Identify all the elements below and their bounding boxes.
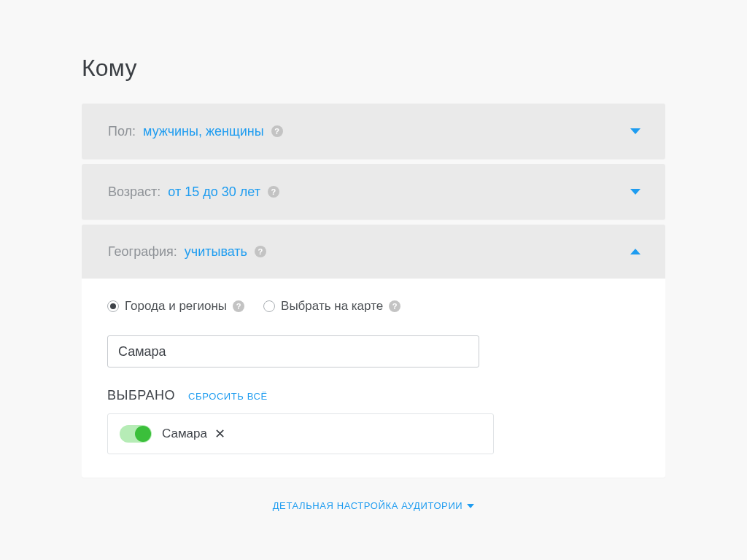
gender-label: Пол:	[108, 124, 136, 139]
close-icon[interactable]: ✕	[214, 427, 225, 440]
footer-row: ДЕТАЛЬНАЯ НАСТРОЙКА АУДИТОРИИ	[82, 498, 665, 513]
help-icon[interactable]: ?	[255, 246, 266, 257]
radio-cities-regions[interactable]: Города и регионы ?	[107, 299, 244, 314]
panel-gender-header[interactable]: Пол: мужчины, женщины ?	[82, 104, 665, 159]
footer-link-label: ДЕТАЛЬНАЯ НАСТРОЙКА АУДИТОРИИ	[273, 500, 463, 511]
geo-value: учитывать	[185, 244, 247, 260]
age-value: от 15 до 30 лет	[168, 184, 260, 200]
radio-map-label: Выбрать на карте	[281, 299, 383, 314]
page-title: Кому	[82, 55, 665, 82]
selected-header: ВЫБРАНО СБРОСИТЬ ВСЁ	[107, 388, 640, 403]
item-toggle[interactable]	[120, 425, 152, 443]
detailed-audience-link[interactable]: ДЕТАЛЬНАЯ НАСТРОЙКА АУДИТОРИИ	[273, 500, 475, 511]
gender-value: мужчины, женщины	[143, 124, 264, 139]
reset-all-link[interactable]: СБРОСИТЬ ВСЁ	[188, 391, 268, 402]
chevron-down-icon	[630, 189, 640, 195]
selected-title: ВЫБРАНО	[107, 388, 175, 403]
chevron-up-icon	[630, 249, 640, 254]
panel-gender: Пол: мужчины, женщины ?	[82, 104, 665, 159]
selected-item: Самара ✕	[107, 413, 494, 454]
geo-search-input[interactable]	[107, 335, 479, 368]
panel-age-header[interactable]: Возраст: от 15 до 30 лет ?	[82, 164, 665, 219]
age-label: Возраст:	[108, 184, 160, 200]
help-icon[interactable]: ?	[389, 300, 400, 312]
chevron-down-icon	[630, 128, 640, 134]
panel-geography: География: учитывать ? Города и регионы …	[82, 225, 665, 478]
geo-label: География:	[108, 244, 177, 260]
chevron-down-icon	[467, 504, 474, 508]
help-icon[interactable]: ?	[268, 186, 279, 198]
panel-age: Возраст: от 15 до 30 лет ?	[82, 164, 665, 219]
radio-icon	[107, 300, 119, 312]
help-icon[interactable]: ?	[233, 300, 244, 312]
panel-geography-header[interactable]: География: учитывать ?	[82, 225, 665, 279]
radio-select-on-map[interactable]: Выбрать на карте ?	[263, 299, 400, 314]
item-name: Самара	[162, 427, 207, 441]
help-icon[interactable]: ?	[271, 125, 283, 137]
geography-body: Города и регионы ? Выбрать на карте ? ВЫ…	[82, 279, 665, 478]
radio-cities-label: Города и регионы	[125, 299, 227, 314]
toggle-knob	[135, 426, 151, 442]
geo-mode-radio-group: Города и регионы ? Выбрать на карте ?	[107, 299, 640, 314]
radio-icon	[263, 300, 275, 312]
